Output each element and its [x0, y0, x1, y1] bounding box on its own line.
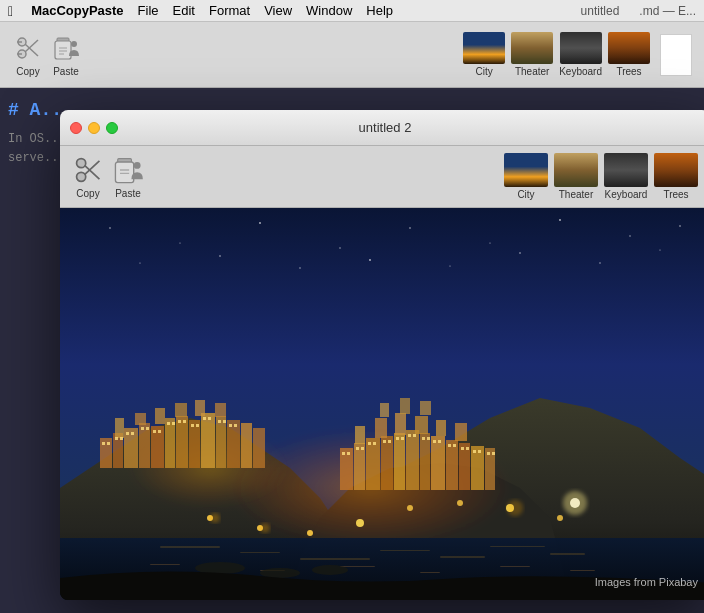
bg-thumb-trees[interactable]: Trees [608, 32, 650, 77]
svg-point-23 [179, 242, 180, 243]
svg-rect-102 [234, 424, 237, 427]
svg-rect-58 [195, 400, 205, 416]
svg-rect-7 [55, 41, 71, 59]
svg-rect-125 [487, 452, 490, 455]
bg-thumb-keyboard[interactable]: Keyboard [559, 32, 602, 77]
svg-rect-121 [461, 447, 464, 450]
svg-rect-105 [356, 447, 359, 450]
bg-thumb-city-label: City [476, 66, 493, 77]
svg-rect-46 [165, 418, 175, 468]
svg-rect-55 [135, 413, 146, 425]
svg-rect-45 [151, 426, 164, 468]
svg-point-35 [449, 265, 450, 266]
svg-rect-92 [172, 422, 175, 425]
front-image-area: Images from Pixabay [60, 208, 704, 600]
svg-rect-142 [240, 552, 280, 553]
svg-point-31 [139, 262, 140, 263]
front-thumb-keyboard[interactable]: Keyboard [604, 153, 648, 200]
front-window: untitled 2 Copy [60, 110, 704, 600]
front-scissors-icon [72, 154, 104, 186]
svg-rect-109 [383, 440, 386, 443]
bg-copy-button[interactable]: Copy [12, 32, 44, 77]
svg-point-156 [312, 565, 348, 575]
menu-view[interactable]: View [264, 3, 292, 18]
front-thumb-trees-label: Trees [663, 189, 688, 200]
bg-thumb-theater[interactable]: Theater [511, 32, 553, 77]
window-title-suffix: .md — E... [639, 4, 696, 18]
svg-rect-152 [500, 566, 530, 567]
svg-rect-146 [490, 546, 545, 547]
svg-point-36 [519, 252, 521, 254]
svg-rect-65 [406, 430, 419, 490]
svg-point-37 [599, 262, 600, 263]
svg-rect-117 [433, 440, 436, 443]
svg-rect-64 [394, 433, 405, 490]
svg-rect-68 [446, 440, 458, 490]
bg-paste-label: Paste [53, 66, 79, 77]
bg-line3: serve... [8, 149, 66, 168]
menu-window[interactable]: Window [306, 3, 352, 18]
svg-rect-17 [115, 162, 133, 183]
svg-rect-91 [167, 422, 170, 425]
svg-rect-144 [380, 550, 430, 551]
svg-rect-98 [208, 417, 211, 420]
svg-point-28 [559, 219, 561, 221]
svg-rect-111 [396, 437, 399, 440]
svg-rect-113 [408, 434, 411, 437]
svg-rect-123 [473, 450, 476, 453]
svg-rect-88 [146, 427, 149, 430]
svg-rect-50 [216, 416, 226, 468]
svg-rect-57 [175, 403, 187, 417]
svg-rect-153 [570, 570, 595, 571]
front-thumb-trees[interactable]: Trees [654, 153, 698, 200]
svg-rect-51 [227, 420, 240, 468]
close-button[interactable] [70, 122, 82, 134]
svg-point-128 [210, 513, 220, 523]
svg-rect-74 [395, 413, 406, 435]
menu-file[interactable]: File [138, 3, 159, 18]
front-thumb-keyboard-img [604, 153, 648, 187]
svg-rect-118 [438, 440, 441, 443]
svg-rect-151 [420, 572, 440, 573]
menu-edit[interactable]: Edit [173, 3, 195, 18]
front-copy-button[interactable]: Copy [72, 154, 104, 199]
svg-point-33 [299, 267, 300, 268]
zoom-button[interactable] [106, 122, 118, 134]
svg-rect-66 [420, 433, 430, 490]
svg-rect-52 [241, 423, 252, 468]
svg-rect-89 [153, 430, 156, 433]
svg-rect-53 [253, 428, 265, 468]
svg-point-32 [219, 255, 221, 257]
svg-rect-48 [189, 420, 200, 468]
svg-point-22 [109, 227, 111, 229]
front-window-title: untitled 2 [359, 120, 412, 135]
svg-rect-75 [415, 416, 428, 434]
bg-body-text: In OS... serve... [8, 130, 66, 168]
bg-paste-button[interactable]: Paste [50, 32, 82, 77]
menu-help[interactable]: Help [366, 3, 393, 18]
svg-rect-78 [380, 403, 389, 417]
bg-thumb-city[interactable]: City [463, 32, 505, 77]
svg-point-133 [407, 505, 413, 511]
svg-rect-124 [478, 450, 481, 453]
front-thumb-theater[interactable]: Theater [554, 153, 598, 200]
front-titlebar: untitled 2 [60, 110, 704, 146]
front-toolbar: Copy Paste City [60, 146, 704, 208]
menu-format[interactable]: Format [209, 3, 250, 18]
svg-rect-95 [191, 424, 194, 427]
svg-rect-62 [366, 438, 380, 490]
svg-point-130 [260, 523, 270, 533]
svg-point-134 [457, 500, 463, 506]
front-paste-button[interactable]: Paste [112, 154, 144, 199]
svg-rect-94 [183, 420, 186, 423]
svg-rect-49 [201, 413, 215, 468]
minimize-button[interactable] [88, 122, 100, 134]
svg-point-11 [71, 41, 77, 47]
front-thumb-city[interactable]: City [504, 153, 548, 200]
bg-thumb-trees-label: Trees [616, 66, 641, 77]
svg-point-26 [409, 227, 411, 229]
traffic-lights [70, 122, 118, 134]
front-paste-icon [112, 154, 144, 186]
svg-rect-143 [300, 558, 370, 560]
paste-icon [50, 32, 82, 64]
